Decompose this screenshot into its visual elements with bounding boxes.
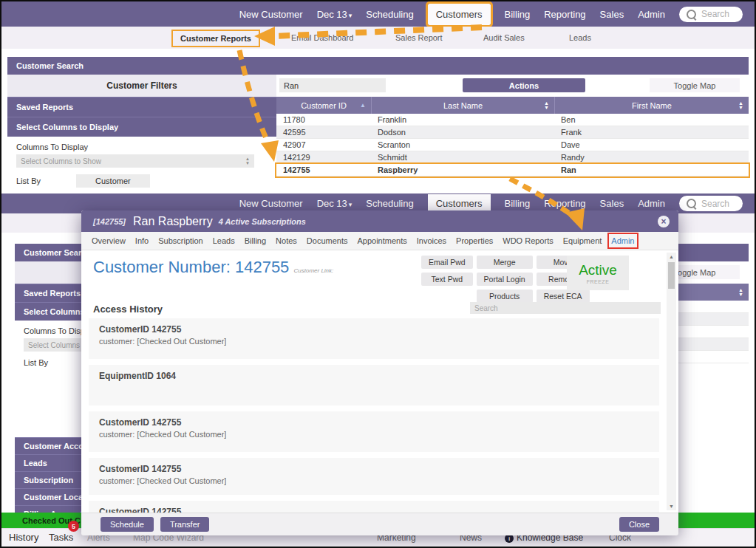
list-by-select[interactable]: Customer xyxy=(76,174,150,188)
tab-overview[interactable]: Overview xyxy=(92,236,126,245)
customer-search-input[interactable]: Ran xyxy=(279,78,386,92)
tab-documents[interactable]: Documents xyxy=(307,236,348,245)
submenu-customer-reports[interactable]: Customer Reports xyxy=(171,30,260,47)
nav-date-dropdown[interactable]: Dec 13▾ xyxy=(317,9,353,20)
modal-tab-bar: Overview Info Subscription Leads Billing… xyxy=(81,232,678,250)
tab-billing[interactable]: Billing xyxy=(245,236,266,245)
search-input[interactable]: Search xyxy=(679,196,743,211)
sort-icon[interactable]: ▲▼ xyxy=(738,101,743,110)
sidebar-item-select-columns[interactable]: Select Columns to Display xyxy=(7,117,276,137)
customer-search-panel: Customer Search Customer Filters Saved R… xyxy=(7,57,749,193)
tab-admin[interactable]: Admin xyxy=(611,236,634,245)
reset-eca-button[interactable]: Reset ECA xyxy=(537,290,590,303)
results-table-header: Customer ID▲ Last Name▲▼ First Name▲▼ xyxy=(276,97,749,114)
nav-sales[interactable]: Sales xyxy=(600,198,624,209)
submenu-leads[interactable]: Leads xyxy=(569,33,591,42)
nav-sales[interactable]: Sales xyxy=(600,9,624,20)
tab-leads[interactable]: Leads xyxy=(213,236,235,245)
modal-footer: Schedule Transfer Close xyxy=(81,513,678,535)
modal-body: Customer Number: 142755 Customer Link: E… xyxy=(81,250,678,513)
email-pwd-button[interactable]: Email Pwd xyxy=(421,256,473,269)
transfer-button[interactable]: Transfer xyxy=(160,517,210,532)
search-placeholder: Search xyxy=(701,199,729,209)
account-status-box[interactable]: Active FREEZE xyxy=(567,256,629,290)
nav-new-customer[interactable]: New Customer xyxy=(239,9,303,20)
scroll-up-icon[interactable]: ▲ xyxy=(667,254,676,259)
tab-notes[interactable]: Notes xyxy=(276,236,297,245)
columns-select[interactable]: Select Columns to Show ▲▼ xyxy=(16,154,254,168)
scroll-down-icon[interactable]: ▼ xyxy=(667,504,676,509)
list-item[interactable]: CustomerID 142755 customer: [Checked Out… xyxy=(89,458,659,495)
sort-icon[interactable]: ▲▼ xyxy=(544,101,549,110)
nav-admin[interactable]: Admin xyxy=(638,9,665,20)
toolbar-history[interactable]: History xyxy=(9,532,38,543)
sort-ascending-icon[interactable]: ▲ xyxy=(360,103,366,108)
close-button[interactable]: Close xyxy=(619,517,659,532)
modal-subtitle: 4 Active Subscriptions xyxy=(219,217,306,226)
portal-login-button[interactable]: Portal Login xyxy=(477,273,533,286)
customer-link-label[interactable]: Customer Link: xyxy=(293,267,333,274)
table-row-highlighted[interactable]: 142755 Raspberry Ran xyxy=(276,164,749,177)
customers-submenu: Customer Reports Email Dashboard Sales R… xyxy=(1,27,755,49)
panel-title: Customer Search xyxy=(7,57,749,75)
toggle-map-button[interactable]: Toggle Map xyxy=(650,78,740,92)
access-history-heading: Access History xyxy=(93,304,163,315)
toolbar-tasks[interactable]: Tasks xyxy=(49,532,73,543)
caret-down-icon: ▾ xyxy=(349,12,353,19)
close-icon[interactable]: × xyxy=(658,216,670,227)
submenu-audit-sales[interactable]: Audit Sales xyxy=(483,33,525,42)
nav-reporting[interactable]: Reporting xyxy=(544,9,585,20)
tab-invoices[interactable]: Invoices xyxy=(417,236,446,245)
notification-badge: 5 xyxy=(68,521,79,532)
table-row[interactable]: 11780 Franklin Ben xyxy=(276,114,749,126)
modal-header: [142755] Ran Raspberry 4 Active Subscrip… xyxy=(81,210,678,232)
tab-equipment[interactable]: Equipment xyxy=(563,236,602,245)
tab-wdo-reports[interactable]: WDO Reports xyxy=(503,236,553,245)
scrollbar-thumb[interactable] xyxy=(668,262,675,289)
nav-date-dropdown[interactable]: Dec 13▾ xyxy=(317,198,353,209)
tab-properties[interactable]: Properties xyxy=(456,236,493,245)
table-row[interactable]: 42595 Dodson Frank xyxy=(276,126,749,139)
tab-info[interactable]: Info xyxy=(135,236,149,245)
column-header-first-name[interactable]: First Name▲▼ xyxy=(554,97,749,114)
nav-admin[interactable]: Admin xyxy=(638,198,665,209)
nav-scheduling[interactable]: Scheduling xyxy=(366,198,413,209)
products-button[interactable]: Products xyxy=(477,290,533,303)
access-history-search-input[interactable]: Search xyxy=(470,302,661,314)
modal-title: Ran Raspberry xyxy=(133,215,213,228)
nav-reporting[interactable]: Reporting xyxy=(544,198,585,209)
scrollbar[interactable]: ▲ ▼ xyxy=(667,253,676,510)
column-header-customer-id[interactable]: Customer ID▲ xyxy=(276,97,371,114)
nav-billing[interactable]: Billing xyxy=(505,198,531,209)
tab-appointments[interactable]: Appointments xyxy=(357,236,406,245)
spinner-icon[interactable]: ▲▼ xyxy=(245,157,250,165)
schedule-button[interactable]: Schedule xyxy=(101,517,154,532)
sidebar-item-saved-reports[interactable]: Saved Reports xyxy=(7,97,276,117)
sort-icon[interactable]: ▲▼ xyxy=(738,288,743,297)
submenu-email-dashboard[interactable]: Email Dashboard xyxy=(291,33,353,42)
list-item[interactable]: EquipmentID 1064 xyxy=(89,365,659,405)
search-input[interactable]: Search xyxy=(679,7,743,22)
status-active-label: Active xyxy=(579,262,617,278)
columns-to-display-label: Columns To Display xyxy=(16,143,276,151)
list-by-label: List By xyxy=(16,177,41,185)
nav-billing[interactable]: Billing xyxy=(505,9,531,20)
submenu-sales-report[interactable]: Sales Report xyxy=(395,33,443,42)
table-row[interactable]: 42907 Scranton Dave xyxy=(276,139,749,151)
text-pwd-button[interactable]: Text Pwd xyxy=(421,273,473,286)
search-icon xyxy=(687,199,696,208)
columns-select-placeholder: Select Columns to Show xyxy=(21,157,101,165)
list-item[interactable]: CustomerID 142755 customer: [Checked Out… xyxy=(89,318,659,359)
merge-button[interactable]: Merge xyxy=(477,256,533,269)
nav-customers[interactable]: Customers xyxy=(428,4,491,25)
table-row[interactable]: 142129 Schmidt Randy xyxy=(276,151,749,164)
list-item[interactable]: CustomerID 142755 customer: [Checked Out… xyxy=(89,411,659,452)
column-header-last-name[interactable]: Last Name▲▼ xyxy=(371,97,554,114)
actions-button[interactable]: Actions xyxy=(463,78,585,92)
list-item[interactable]: CustomerID 142755 customer: [Checked Out… xyxy=(89,501,659,513)
nav-new-customer[interactable]: New Customer xyxy=(239,198,303,209)
tab-subscription[interactable]: Subscription xyxy=(158,236,203,245)
app-window: New Customer Dec 13▾ Scheduling Customer… xyxy=(0,0,756,548)
nav-scheduling[interactable]: Scheduling xyxy=(366,9,413,20)
customer-detail-modal: [142755] Ran Raspberry 4 Active Subscrip… xyxy=(81,210,678,535)
